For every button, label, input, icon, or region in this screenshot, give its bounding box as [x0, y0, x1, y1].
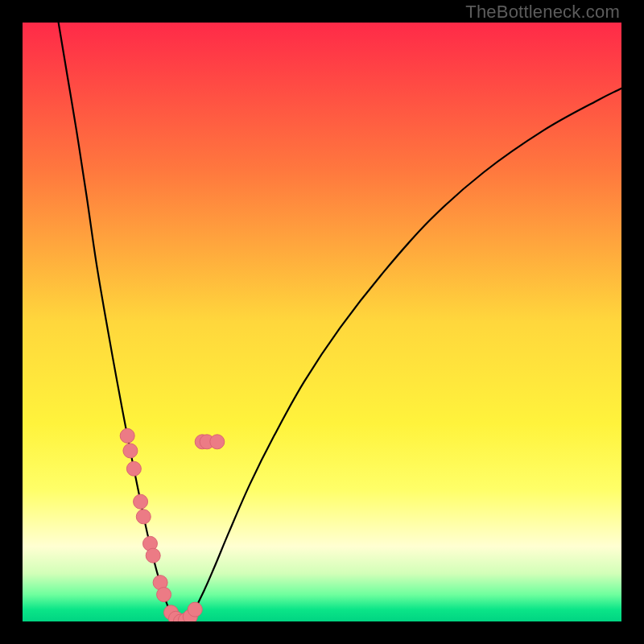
watermark-text: TheBottleneck.com — [465, 2, 620, 23]
data-marker — [136, 510, 151, 524]
chart-frame: TheBottleneck.com — [0, 0, 644, 644]
data-marker — [123, 444, 138, 458]
data-marker — [126, 461, 141, 476]
plot-area — [23, 23, 621, 621]
chart-svg — [23, 23, 621, 621]
data-marker — [146, 548, 160, 563]
data-marker — [134, 494, 148, 509]
data-marker — [210, 435, 225, 449]
gradient-background — [23, 23, 621, 621]
data-marker — [157, 588, 171, 602]
data-marker — [120, 428, 134, 443]
data-marker — [188, 602, 202, 617]
